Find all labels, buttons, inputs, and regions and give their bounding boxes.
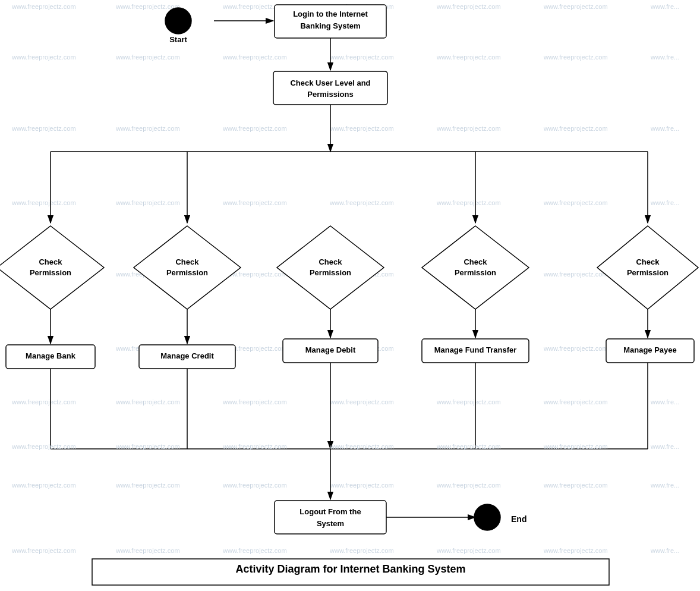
diamond3 xyxy=(277,226,384,309)
diamond3-label-2: Permission xyxy=(310,268,351,277)
manage-fund-label: Manage Fund Transfer xyxy=(434,345,517,354)
svg-text:www.freeprojectz.com: www.freeprojectz.com xyxy=(436,482,501,489)
svg-text:www.freeprojectz.com: www.freeprojectz.com xyxy=(115,125,180,132)
svg-text:www.freeprojectz.com: www.freeprojectz.com xyxy=(115,443,180,450)
diagram-container: www.freeprojectz.com www.freeprojectz.co… xyxy=(0,0,700,591)
svg-text:www.freeprojectz.com: www.freeprojectz.com xyxy=(543,199,608,206)
diamond2 xyxy=(134,226,241,309)
svg-text:www.freeprojectz.com: www.freeprojectz.com xyxy=(436,547,501,554)
svg-text:www.freeprojectz.com: www.freeprojectz.com xyxy=(329,125,394,132)
svg-text:www.freeprojectz.com: www.freeprojectz.com xyxy=(222,54,287,61)
start-circle xyxy=(165,8,191,34)
svg-text:www.freeprojectz.com: www.freeprojectz.com xyxy=(11,482,76,489)
diamond5 xyxy=(597,226,698,309)
svg-text:www.freeprojectz.com: www.freeprojectz.com xyxy=(222,482,287,489)
diamond4-label-2: Permission xyxy=(455,268,496,277)
svg-text:www.fre...: www.fre... xyxy=(650,482,679,489)
diamond1-label-2: Permission xyxy=(30,268,71,277)
svg-text:www.fre...: www.fre... xyxy=(650,443,679,450)
diamond1-label-1: Check xyxy=(39,257,62,266)
svg-text:www.freeprojectz.com: www.freeprojectz.com xyxy=(115,3,180,10)
svg-text:www.freeprojectz.com: www.freeprojectz.com xyxy=(222,547,287,554)
svg-text:www.freeprojectz.com: www.freeprojectz.com xyxy=(222,443,287,450)
start-label: Start xyxy=(169,35,187,44)
svg-text:www.freeprojectz.com: www.freeprojectz.com xyxy=(436,125,501,132)
end-label: End xyxy=(511,514,526,524)
svg-text:www.freeprojectz.com: www.freeprojectz.com xyxy=(543,547,608,554)
svg-text:www.freeprojectz.com: www.freeprojectz.com xyxy=(543,271,608,278)
login-label-2: Banking System xyxy=(300,21,360,30)
svg-text:www.freeprojectz.com: www.freeprojectz.com xyxy=(222,125,287,132)
svg-text:www.freeprojectz.com: www.freeprojectz.com xyxy=(115,199,180,206)
svg-text:www.freeprojectz.com: www.freeprojectz.com xyxy=(436,3,501,10)
svg-text:www.freeprojectz.com: www.freeprojectz.com xyxy=(329,482,394,489)
svg-text:www.fre...: www.fre... xyxy=(650,199,679,206)
svg-text:www.freeprojectz.com: www.freeprojectz.com xyxy=(11,125,76,132)
svg-text:www.freeprojectz.com: www.freeprojectz.com xyxy=(329,199,394,206)
check-user-label-1: Check User Level and xyxy=(290,78,370,87)
diamond4-label-1: Check xyxy=(463,257,487,266)
diamond2-label-1: Check xyxy=(175,257,199,266)
svg-text:www.freeprojectz.com: www.freeprojectz.com xyxy=(11,3,76,10)
end-circle xyxy=(474,504,500,530)
svg-text:www.freeprojectz.com: www.freeprojectz.com xyxy=(543,54,608,61)
svg-text:www.fre...: www.fre... xyxy=(650,3,679,10)
svg-text:www.freeprojectz.com: www.freeprojectz.com xyxy=(11,54,76,61)
svg-text:www.freeprojectz.com: www.freeprojectz.com xyxy=(543,3,608,10)
svg-text:www.freeprojectz.com: www.freeprojectz.com xyxy=(11,547,76,554)
logout-box xyxy=(275,501,386,534)
svg-text:www.fre...: www.fre... xyxy=(650,398,679,405)
login-label-1: Login to the Internet xyxy=(293,10,368,18)
check-user-box xyxy=(273,71,387,105)
svg-text:www.freeprojectz.com: www.freeprojectz.com xyxy=(543,345,608,352)
logout-label-1: Logout From the xyxy=(299,507,361,516)
svg-text:www.freeprojectz.com: www.freeprojectz.com xyxy=(543,398,608,405)
svg-text:www.freeprojectz.com: www.freeprojectz.com xyxy=(329,54,394,61)
diamond2-label-2: Permission xyxy=(166,268,208,277)
diamond4 xyxy=(422,226,529,309)
svg-text:www.freeprojectz.com: www.freeprojectz.com xyxy=(222,199,287,206)
manage-credit-label: Manage Credit xyxy=(160,351,214,360)
diamond3-label-1: Check xyxy=(319,257,342,266)
svg-text:www.freeprojectz.com: www.freeprojectz.com xyxy=(436,199,501,206)
svg-text:www.freeprojectz.com: www.freeprojectz.com xyxy=(115,398,180,405)
logout-label-2: System xyxy=(317,519,344,528)
manage-payee-label: Manage Payee xyxy=(623,345,677,354)
svg-text:www.freeprojectz.com: www.freeprojectz.com xyxy=(329,547,394,554)
svg-text:www.fre...: www.fre... xyxy=(650,54,679,61)
svg-text:www.freeprojectz.com: www.freeprojectz.com xyxy=(436,398,501,405)
title-label: Activity Diagram for Internet Banking Sy… xyxy=(235,563,465,575)
diamond1 xyxy=(0,226,104,309)
svg-text:www.freeprojectz.com: www.freeprojectz.com xyxy=(11,398,76,405)
svg-text:www.freeprojectz.com: www.freeprojectz.com xyxy=(115,482,180,489)
diamond5-label-1: Check xyxy=(636,257,660,266)
svg-text:www.freeprojectz.com: www.freeprojectz.com xyxy=(543,125,608,132)
diamond5-label-2: Permission xyxy=(627,268,669,277)
manage-debit-label: Manage Debit xyxy=(305,345,356,354)
svg-text:www.fre...: www.fre... xyxy=(650,125,679,132)
svg-text:www.freeprojectz.com: www.freeprojectz.com xyxy=(11,443,76,450)
svg-text:www.freeprojectz.com: www.freeprojectz.com xyxy=(543,443,608,450)
svg-text:www.freeprojectz.com: www.freeprojectz.com xyxy=(11,199,76,206)
svg-text:www.freeprojectz.com: www.freeprojectz.com xyxy=(329,398,394,405)
manage-bank-label: Manage Bank xyxy=(26,351,76,360)
check-user-label-2: Permissions xyxy=(307,90,353,99)
svg-text:www.freeprojectz.com: www.freeprojectz.com xyxy=(329,443,394,450)
svg-text:www.freeprojectz.com: www.freeprojectz.com xyxy=(115,547,180,554)
svg-text:www.freeprojectz.com: www.freeprojectz.com xyxy=(222,398,287,405)
svg-text:www.freeprojectz.com: www.freeprojectz.com xyxy=(436,443,501,450)
svg-text:www.freeprojectz.com: www.freeprojectz.com xyxy=(543,482,608,489)
svg-text:www.freeprojectz.com: www.freeprojectz.com xyxy=(436,54,501,61)
svg-text:www.freeprojectz.com: www.freeprojectz.com xyxy=(115,54,180,61)
svg-text:www.fre...: www.fre... xyxy=(650,547,679,554)
